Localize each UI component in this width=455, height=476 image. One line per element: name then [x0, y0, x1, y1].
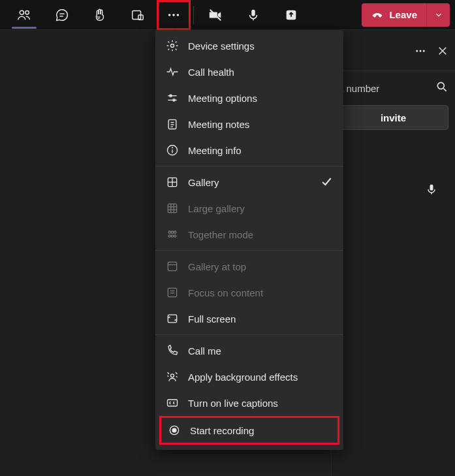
menu-label: Large gallery	[188, 203, 245, 214]
close-icon	[437, 45, 448, 57]
menu-label: Focus on content	[188, 287, 263, 298]
more-actions-button[interactable]	[157, 0, 191, 30]
menu-label: Together mode	[188, 229, 253, 240]
svg-point-48	[171, 235, 173, 237]
svg-point-46	[174, 231, 176, 233]
menu-separator	[155, 334, 343, 335]
menu-together-mode: Together mode	[155, 221, 343, 247]
menu-gallery[interactable]: Gallery	[155, 169, 343, 195]
menu-full-screen[interactable]: Full screen	[155, 306, 343, 332]
meeting-toolbar: Leave	[0, 0, 455, 30]
chat-button[interactable]	[43, 0, 81, 30]
leave-label: Leave	[389, 9, 417, 20]
people-button[interactable]	[5, 0, 43, 30]
svg-line-58	[168, 375, 169, 377]
menu-label: Apply background effects	[188, 372, 298, 383]
svg-line-21	[444, 89, 447, 91]
more-icon	[415, 45, 426, 57]
menu-meeting-notes[interactable]: Meeting notes	[155, 111, 343, 137]
svg-rect-22	[430, 185, 433, 191]
checkmark-icon	[320, 175, 333, 190]
panel-more-button[interactable]	[415, 45, 426, 59]
large-gallery-icon	[166, 202, 179, 215]
svg-point-45	[171, 231, 173, 233]
svg-point-9	[172, 14, 175, 16]
menu-start-recording[interactable]: Start recording	[159, 416, 339, 445]
menu-label: Call health	[188, 67, 234, 78]
svg-point-56	[171, 374, 174, 377]
background-icon	[166, 370, 179, 383]
menu-label: Gallery at top	[188, 261, 246, 272]
svg-point-17	[423, 50, 425, 52]
menu-large-gallery: Large gallery	[155, 195, 343, 221]
menu-device-settings[interactable]: Device settings	[155, 33, 343, 59]
phone-icon	[166, 344, 179, 357]
panel-divider	[332, 71, 455, 71]
svg-line-60	[176, 376, 178, 377]
gallery-top-icon	[166, 260, 179, 273]
menu-label: Gallery	[188, 177, 219, 188]
dial-number-hint: a number	[338, 83, 435, 94]
svg-point-20	[437, 82, 444, 89]
gallery-icon	[166, 176, 179, 189]
share-tray-icon	[284, 8, 298, 22]
panel-close-button[interactable]	[437, 45, 448, 59]
menu-call-health[interactable]: Call health	[155, 59, 343, 85]
hangup-icon	[371, 8, 384, 22]
menu-background-effects[interactable]: Apply background effects	[155, 364, 343, 390]
chevron-down-icon	[434, 10, 443, 20]
svg-point-63	[172, 428, 176, 432]
menu-label: Turn on live captions	[188, 398, 278, 409]
svg-point-0	[20, 10, 24, 14]
mic-icon	[246, 8, 260, 22]
camera-button[interactable]	[196, 0, 234, 30]
svg-rect-61	[168, 400, 178, 406]
leave-button[interactable]: Leave	[362, 3, 426, 27]
svg-rect-39	[168, 204, 176, 212]
menu-label: Meeting options	[188, 93, 257, 104]
reactions-button[interactable]	[81, 0, 119, 30]
info-icon	[166, 144, 179, 157]
menu-label: Start recording	[190, 425, 254, 436]
share-invite-button[interactable]: invite	[338, 105, 448, 130]
search-icon	[435, 80, 448, 93]
participant-mic-indicator	[425, 183, 438, 198]
rooms-button[interactable]	[119, 0, 157, 30]
more-actions-menu: Device settings Call health Meeting opti…	[155, 30, 343, 450]
menu-label: Call me	[188, 345, 221, 357]
gear-icon	[166, 39, 179, 52]
menu-meeting-info[interactable]: Meeting info	[155, 137, 343, 163]
svg-point-49	[174, 235, 176, 237]
menu-live-captions[interactable]: Turn on live captions	[155, 390, 343, 416]
menu-label: Meeting info	[188, 145, 242, 156]
camera-off-icon	[208, 8, 223, 22]
svg-rect-50	[168, 262, 176, 270]
mic-icon	[425, 183, 438, 196]
svg-line-57	[168, 372, 170, 374]
svg-point-47	[168, 235, 170, 237]
svg-point-16	[420, 50, 422, 52]
menu-call-me[interactable]: Call me	[155, 338, 343, 364]
share-invite-label: invite	[381, 112, 406, 123]
mic-button[interactable]	[234, 0, 272, 30]
pulse-icon	[166, 65, 179, 78]
chat-icon	[55, 8, 69, 22]
svg-line-59	[176, 372, 178, 374]
record-icon	[168, 424, 181, 437]
share-button[interactable]	[272, 0, 310, 30]
menu-focus-on-content: Focus on content	[155, 279, 343, 306]
svg-point-15	[416, 50, 418, 52]
leave-caret-button[interactable]	[426, 3, 450, 27]
menu-meeting-options[interactable]: Meeting options	[155, 85, 343, 111]
menu-gallery-at-top: Gallery at top	[155, 253, 343, 279]
fullscreen-icon	[166, 312, 179, 325]
breakout-rooms-icon	[131, 8, 145, 22]
sliders-icon	[166, 91, 179, 104]
svg-point-35	[172, 148, 173, 148]
search-button[interactable]	[435, 80, 448, 96]
svg-point-8	[168, 14, 171, 16]
svg-point-5	[99, 16, 100, 17]
svg-rect-55	[168, 315, 176, 323]
svg-rect-52	[168, 288, 176, 296]
menu-label: Full screen	[188, 313, 236, 325]
